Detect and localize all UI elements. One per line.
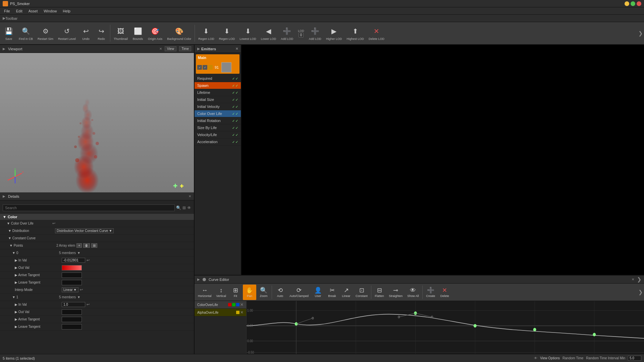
curve-track-alpha-over-life[interactable]: AlphaOverLife ✕ [195, 309, 246, 316]
zoom-button[interactable]: 🔍 Zoom [257, 285, 270, 300]
module-required-check2[interactable]: ✓ [235, 77, 238, 80]
view-options-button[interactable]: View Options [540, 356, 560, 360]
distribution-dropdown[interactable]: Distribution Vector Constant Curve ▼ [55, 228, 114, 233]
curve-track-color-over-life[interactable]: ColorOverLife ✕ [195, 301, 246, 309]
module-lifetime[interactable]: Lifetime ✓ ✓ [195, 89, 241, 96]
details-close[interactable]: ✕ [189, 194, 191, 198]
redo-button[interactable]: ↪ Redo [94, 23, 109, 43]
module-initial-size-check2[interactable]: ✓ [235, 98, 238, 102]
break-button[interactable]: ✂ Break [325, 285, 339, 300]
menu-window[interactable]: Window [41, 8, 59, 14]
p0-members-toggle[interactable]: ▼ [77, 251, 80, 255]
lowest-lod-button[interactable]: ⬇ Lowest LOD [237, 23, 258, 43]
out-val-1-swatch[interactable] [62, 309, 82, 315]
add-lod-1-button[interactable]: ➕ Add LOD [279, 23, 295, 43]
leave-tangent-0-swatch[interactable] [62, 280, 82, 285]
module-acc-check1[interactable]: ✓ [232, 140, 235, 144]
module-size-by-life[interactable]: Size By Life ✓ ✓ [195, 124, 241, 131]
curve-dot-blue[interactable] [236, 303, 239, 306]
view-button[interactable]: View [165, 46, 177, 51]
straighten-button[interactable]: ⊸ Straighten [387, 285, 405, 300]
curve-toolbar-expand[interactable]: ❯ [638, 289, 643, 295]
module-initial-velocity[interactable]: Initial Velocity ✓ ✓ [195, 103, 241, 110]
module-ir-check1[interactable]: ✓ [232, 119, 235, 123]
module-lifetime-check1[interactable]: ✓ [232, 91, 235, 95]
menu-asset[interactable]: Asset [26, 8, 41, 14]
module-lifetime-check2[interactable]: ✓ [235, 91, 238, 95]
delete-curve-button[interactable]: ✕ Delete [438, 285, 451, 300]
arrive-tangent-0-swatch[interactable] [62, 273, 82, 278]
module-vl-check1[interactable]: ✓ [232, 133, 235, 137]
curve-dot-green[interactable] [232, 303, 235, 306]
module-acc-check2[interactable]: ✓ [235, 140, 238, 144]
module-required-check1[interactable]: ✓ [232, 77, 235, 80]
module-sbl-check2[interactable]: ✓ [235, 126, 238, 130]
create-button[interactable]: ➕ Create [424, 285, 437, 300]
vertical-button[interactable]: ↕ Vertical [214, 285, 228, 300]
curve-graph[interactable]: -0.50 0.00 0.50 1.00 1.50 2.00 1.00 0.50… [247, 301, 644, 362]
regen-lod-2-button[interactable]: ⬇ Regen LOD [217, 23, 237, 43]
curve-track-col-close[interactable]: ✕ [240, 302, 244, 307]
interp-mode-dropdown[interactable]: Linear ▼ [62, 287, 78, 292]
emitter-icon-1[interactable]: ✓ [197, 65, 202, 70]
details-search-input[interactable] [3, 204, 175, 211]
emitter-icon-3[interactable] [208, 65, 213, 70]
module-col-check2[interactable]: ✓ [235, 112, 238, 116]
arrive-tangent-1-swatch[interactable] [62, 317, 82, 322]
leave-tangent-1-swatch[interactable] [62, 324, 82, 329]
color-over-life-toggle[interactable]: ↩ [52, 221, 55, 226]
module-required[interactable]: Required ✓ ✓ [195, 75, 241, 82]
menu-help[interactable]: Help [60, 8, 73, 14]
close-button[interactable] [637, 1, 641, 6]
curve-editor-close[interactable]: ✕ [632, 278, 634, 281]
module-initial-velocity-check2[interactable]: ✓ [235, 105, 238, 109]
curve-track-alpha-close[interactable]: ✕ [240, 310, 244, 315]
regen-lod-1-button[interactable]: ⬇ Regen LOD [196, 23, 216, 43]
module-spawn-check2[interactable]: ✓ [235, 84, 238, 87]
origin-axis-button[interactable]: 🎯 Origin Axis [146, 23, 164, 43]
save-button[interactable]: 💾 Save [1, 23, 16, 43]
module-vl-check2[interactable]: ✓ [235, 133, 238, 137]
out-val-0-color-swatch[interactable] [62, 265, 82, 270]
pan-button[interactable]: ✋ Pan [243, 285, 256, 300]
search-icon[interactable]: 🔍 [176, 205, 181, 210]
in-val-1-input[interactable] [62, 302, 85, 307]
module-color-over-life[interactable]: Color Over Life ✓ ✓ [195, 110, 241, 117]
undo-button[interactable]: ↩ Undo [78, 23, 93, 43]
curve-editor-expand[interactable]: ❯ [637, 276, 641, 283]
constant-button[interactable]: ⊡ Constant [354, 285, 370, 300]
module-initial-velocity-check1[interactable]: ✓ [232, 105, 235, 109]
curve-dot-yellow[interactable] [236, 311, 239, 314]
emitters-close[interactable]: ✕ [235, 47, 238, 51]
module-initial-rotation[interactable]: Initial Rotation ✓ ✓ [195, 117, 241, 124]
find-in-cb-button[interactable]: 🔍 Find in CB [17, 23, 35, 43]
in-val-0-input[interactable] [62, 258, 85, 263]
higher-lod-button[interactable]: ▶ Higher LOD [324, 23, 344, 43]
user-button[interactable]: 👤 User [311, 285, 325, 300]
remove-array-button[interactable]: 🗑 [83, 243, 90, 248]
bounds-button[interactable]: ⬜ Bounds [130, 23, 145, 43]
interp-mode-reset[interactable]: ↩ [80, 288, 83, 292]
module-acceleration[interactable]: Acceleration ✓ ✓ [195, 138, 241, 145]
module-initial-size[interactable]: Initial Size ✓ ✓ [195, 96, 241, 103]
eye-icon[interactable]: 👁 [187, 205, 191, 210]
thumbnail-button[interactable]: 🖼 Thumbnail [112, 23, 130, 43]
p1-members-toggle[interactable]: ▼ [77, 295, 80, 299]
menu-file[interactable]: File [1, 8, 13, 14]
collapse-toolbar-button[interactable]: ❯ [638, 30, 643, 37]
layout-icon[interactable]: ⊞ [182, 205, 186, 210]
lower-lod-button[interactable]: ◀ Lower LOD [259, 23, 278, 43]
auto-clamped-button[interactable]: ⟳ Auto/Clamped [287, 285, 311, 300]
in-val-1-reset[interactable]: ↩ [87, 302, 90, 307]
color-section-header[interactable]: ▼ Color [0, 214, 194, 220]
module-velocity-life[interactable]: Velocity/Life ✓ ✓ [195, 131, 241, 138]
viewport-canvas[interactable]: X Z Y ✚ ✚ [0, 53, 194, 192]
add-array-button[interactable]: + [76, 243, 82, 248]
emitter-icon-2[interactable]: ✓ [203, 65, 207, 70]
menu-edit[interactable]: Edit [13, 8, 25, 14]
module-initial-size-check1[interactable]: ✓ [232, 98, 235, 102]
in-val-0-reset[interactable]: ↩ [87, 258, 90, 262]
random-time-interval-input[interactable] [628, 356, 641, 361]
minimize-button[interactable] [625, 1, 629, 6]
show-all-button[interactable]: 👁 Show All [405, 285, 421, 300]
